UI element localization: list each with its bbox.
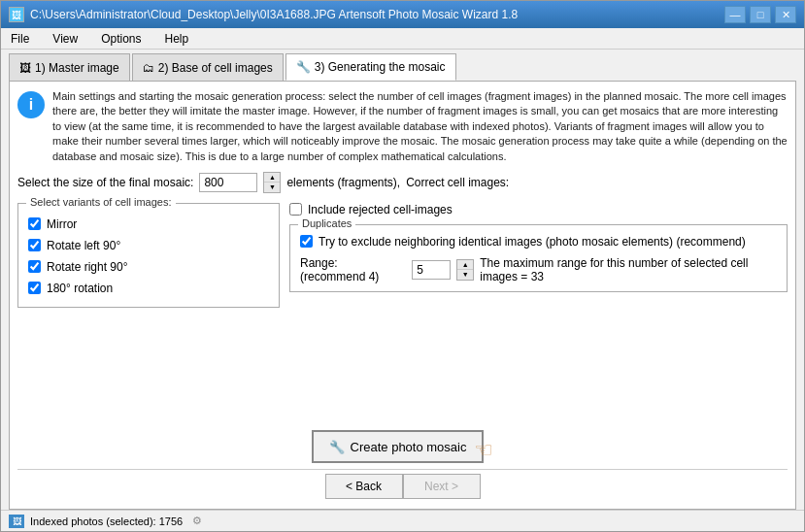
range-spinner-up[interactable]: ▲ (457, 260, 473, 270)
menu-view[interactable]: View (47, 31, 84, 47)
tabs-bar: 🖼 1) Master image 🗂 2) Base of cell imag… (1, 50, 804, 81)
bottom-area: 🔧 Create photo mosaic ☞ < Back Next > (17, 426, 788, 501)
tab-generating-mosaic[interactable]: 🔧 3) Generating the mosaic (285, 53, 456, 81)
window-title: C:\Users\Administrator\Cloud_Desktop\Jel… (30, 8, 518, 21)
back-button[interactable]: < Back (325, 474, 403, 499)
nav-buttons-row: < Back Next > (17, 469, 788, 499)
size-row: Select the size of the final mosaic: ▲ ▼… (17, 172, 788, 193)
tab-base-icon: 🗂 (143, 61, 154, 75)
menu-options[interactable]: Options (95, 31, 147, 47)
duplicates-group: Duplicates Try to exclude neighboring id… (289, 224, 788, 292)
create-photo-mosaic-button[interactable]: 🔧 Create photo mosaic (312, 430, 485, 463)
info-icon: i (17, 91, 45, 118)
cell-variants-title: Select variants of cell images: (26, 196, 176, 208)
size-spinner-down[interactable]: ▼ (264, 183, 280, 192)
include-rejected-row: Include rejected cell-images (289, 203, 788, 216)
tab-mosaic-icon: 🔧 (296, 60, 311, 74)
menu-help[interactable]: Help (159, 31, 195, 47)
rotate-right-row: Rotate right 90° (28, 260, 269, 274)
exclude-row: Try to exclude neighboring identical ima… (300, 235, 777, 249)
minimize-button[interactable]: — (724, 6, 746, 23)
hand-cursor-icon: ☞ (474, 438, 493, 463)
rotate-180-checkbox[interactable] (28, 282, 41, 294)
title-controls: — □ ✕ (724, 6, 796, 23)
size-label: Select the size of the final mosaic: (17, 176, 193, 189)
maximize-button[interactable]: □ (750, 6, 771, 23)
info-text: Main settings and starting the mosaic ge… (52, 89, 788, 164)
left-panel: Select variants of cell images: Mirror R… (17, 203, 280, 426)
exclude-duplicates-label: Try to exclude neighboring identical ima… (319, 235, 746, 249)
create-btn-label: Create photo mosaic (351, 440, 467, 454)
rotate-left-checkbox[interactable] (28, 239, 41, 251)
main-window: 🖼 C:\Users\Administrator\Cloud_Desktop\J… (0, 0, 805, 532)
range-spinner: ▲ ▼ (456, 259, 474, 281)
rotate-180-label: 180° rotation (47, 282, 113, 295)
title-bar-left: 🖼 C:\Users\Administrator\Cloud_Desktop\J… (9, 7, 518, 22)
status-text: Indexed photos (selected): 1756 (30, 515, 183, 527)
range-label: Range: (recommend 4) (300, 256, 406, 283)
tab-master-icon: 🖼 (19, 61, 31, 75)
size-suffix: elements (fragments), (286, 176, 400, 189)
range-input[interactable] (412, 260, 451, 280)
app-icon: 🖼 (9, 7, 24, 22)
rotate-right-checkbox[interactable] (28, 260, 41, 273)
create-btn-icon: 🔧 (329, 440, 345, 454)
tab-mosaic-label: 3) Generating the mosaic (315, 60, 446, 74)
mirror-label: Mirror (47, 217, 77, 231)
include-rejected-checkbox[interactable] (289, 203, 302, 216)
include-rejected-label: Include rejected cell-images (308, 203, 453, 216)
range-row: Range: (recommend 4) ▲ ▼ The maximum ran… (300, 256, 777, 283)
tab-master-label: 1) Master image (35, 61, 119, 75)
title-bar: 🖼 C:\Users\Administrator\Cloud_Desktop\J… (1, 1, 804, 28)
status-bar: 🖼 Indexed photos (selected): 1756 ⚙ (1, 510, 804, 531)
menu-file[interactable]: File (5, 31, 35, 47)
main-panels: Select variants of cell images: Mirror R… (17, 203, 788, 426)
content-area: i Main settings and starting the mosaic … (9, 81, 796, 510)
status-spinner-icon: ⚙ (192, 515, 202, 527)
rotate-right-label: Rotate right 90° (47, 260, 128, 274)
next-button[interactable]: Next > (403, 474, 481, 499)
duplicates-title: Duplicates (298, 217, 355, 229)
tab-master-image[interactable]: 🖼 1) Master image (9, 53, 130, 81)
tab-base-of-cells[interactable]: 🗂 2) Base of cell images (132, 53, 284, 81)
rotate-left-row: Rotate left 90° (28, 239, 269, 252)
range-spinner-down[interactable]: ▼ (457, 270, 473, 280)
close-button[interactable]: ✕ (775, 6, 796, 23)
menu-bar: File View Options Help (1, 28, 804, 50)
info-box: i Main settings and starting the mosaic … (17, 89, 788, 164)
mirror-row: Mirror (28, 217, 269, 231)
rotate-left-label: Rotate left 90° (47, 239, 120, 252)
cell-variants-group: Select variants of cell images: Mirror R… (17, 203, 280, 308)
tab-base-label: 2) Base of cell images (158, 61, 273, 75)
right-panel: Include rejected cell-images Duplicates … (289, 203, 788, 426)
size-input[interactable] (199, 173, 257, 192)
create-btn-row: 🔧 Create photo mosaic ☞ (17, 430, 788, 463)
correct-label: Correct cell images: (406, 176, 509, 189)
rotate-180-row: 180° rotation (28, 282, 269, 295)
exclude-duplicates-checkbox[interactable] (300, 235, 313, 248)
status-icon: 🖼 (9, 515, 24, 528)
size-spinner-up[interactable]: ▲ (264, 173, 280, 183)
size-spinner: ▲ ▼ (263, 172, 281, 193)
mirror-checkbox[interactable] (28, 217, 41, 230)
range-info: The maximum range for this number of sel… (480, 256, 777, 283)
